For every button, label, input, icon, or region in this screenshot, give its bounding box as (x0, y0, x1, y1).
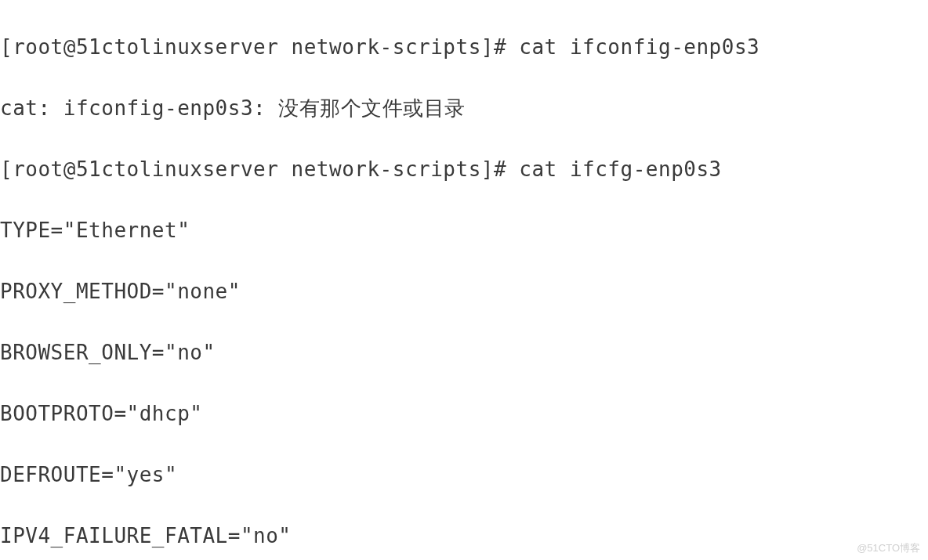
terminal-output[interactable]: [root@51ctolinuxserver network-scripts]#… (0, 0, 928, 560)
terminal-line: PROXY_METHOD="none" (0, 276, 928, 307)
terminal-line: [root@51ctolinuxserver network-scripts]#… (0, 154, 928, 185)
terminal-line: BOOTPROTO="dhcp" (0, 399, 928, 429)
terminal-line: TYPE="Ethernet" (0, 215, 928, 246)
terminal-line: cat: ifconfig-enp0s3: 没有那个文件或目录 (0, 93, 928, 124)
terminal-line: IPV4_FAILURE_FATAL="no" (0, 521, 928, 551)
watermark-text: @51CTO博客 (857, 540, 920, 556)
terminal-line: DEFROUTE="yes" (0, 460, 928, 490)
terminal-line: [root@51ctolinuxserver network-scripts]#… (0, 32, 928, 63)
terminal-line: BROWSER_ONLY="no" (0, 338, 928, 368)
